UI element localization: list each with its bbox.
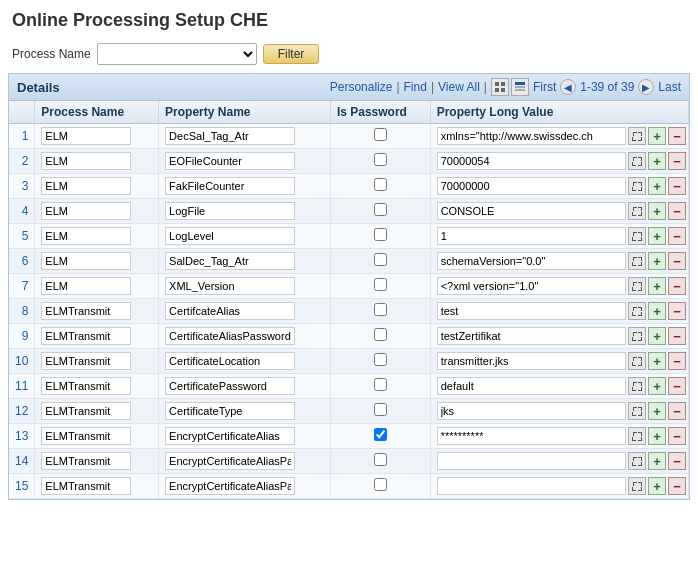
process-name-input[interactable] bbox=[41, 352, 131, 370]
add-row-button[interactable]: + bbox=[648, 277, 666, 295]
process-name-input[interactable] bbox=[41, 177, 131, 195]
is-password-checkbox[interactable] bbox=[374, 453, 387, 466]
property-value-input[interactable] bbox=[437, 277, 626, 295]
property-value-input[interactable] bbox=[437, 377, 626, 395]
property-value-input[interactable] bbox=[437, 477, 626, 495]
add-row-button[interactable]: + bbox=[648, 252, 666, 270]
remove-row-button[interactable]: − bbox=[668, 152, 686, 170]
property-name-input[interactable] bbox=[165, 177, 295, 195]
is-password-checkbox[interactable] bbox=[374, 353, 387, 366]
process-name-input[interactable] bbox=[41, 227, 131, 245]
remove-row-button[interactable]: − bbox=[668, 327, 686, 345]
property-value-input[interactable] bbox=[437, 202, 626, 220]
property-name-input[interactable] bbox=[165, 252, 295, 270]
property-name-input[interactable] bbox=[165, 402, 295, 420]
expand-value-button[interactable] bbox=[628, 252, 646, 270]
add-row-button[interactable]: + bbox=[648, 352, 666, 370]
process-name-input[interactable] bbox=[41, 127, 131, 145]
process-name-input[interactable] bbox=[41, 377, 131, 395]
process-name-input[interactable] bbox=[41, 427, 131, 445]
process-name-input[interactable] bbox=[41, 452, 131, 470]
process-name-input[interactable] bbox=[41, 402, 131, 420]
add-row-button[interactable]: + bbox=[648, 477, 666, 495]
is-password-checkbox[interactable] bbox=[374, 178, 387, 191]
expand-value-button[interactable] bbox=[628, 127, 646, 145]
property-name-input[interactable] bbox=[165, 302, 295, 320]
add-row-button[interactable]: + bbox=[648, 152, 666, 170]
expand-value-button[interactable] bbox=[628, 302, 646, 320]
view-all-link[interactable]: View All bbox=[438, 80, 480, 94]
find-link[interactable]: Find bbox=[404, 80, 427, 94]
property-value-input[interactable] bbox=[437, 252, 626, 270]
property-value-input[interactable] bbox=[437, 177, 626, 195]
process-name-input[interactable] bbox=[41, 152, 131, 170]
property-name-input[interactable] bbox=[165, 202, 295, 220]
is-password-checkbox[interactable] bbox=[374, 253, 387, 266]
property-value-input[interactable] bbox=[437, 302, 626, 320]
next-page-arrow[interactable]: ▶ bbox=[638, 79, 654, 95]
add-row-button[interactable]: + bbox=[648, 452, 666, 470]
remove-row-button[interactable]: − bbox=[668, 452, 686, 470]
property-name-input[interactable] bbox=[165, 352, 295, 370]
property-value-input[interactable] bbox=[437, 427, 626, 445]
remove-row-button[interactable]: − bbox=[668, 202, 686, 220]
property-value-input[interactable] bbox=[437, 327, 626, 345]
last-label[interactable]: Last bbox=[658, 80, 681, 94]
property-value-input[interactable] bbox=[437, 402, 626, 420]
add-row-button[interactable]: + bbox=[648, 327, 666, 345]
add-row-button[interactable]: + bbox=[648, 227, 666, 245]
expand-value-button[interactable] bbox=[628, 152, 646, 170]
expand-value-button[interactable] bbox=[628, 227, 646, 245]
expand-value-button[interactable] bbox=[628, 402, 646, 420]
add-row-button[interactable]: + bbox=[648, 202, 666, 220]
property-value-input[interactable] bbox=[437, 127, 626, 145]
is-password-checkbox[interactable] bbox=[374, 303, 387, 316]
is-password-checkbox[interactable] bbox=[374, 203, 387, 216]
is-password-checkbox[interactable] bbox=[374, 278, 387, 291]
add-row-button[interactable]: + bbox=[648, 177, 666, 195]
remove-row-button[interactable]: − bbox=[668, 127, 686, 145]
property-name-input[interactable] bbox=[165, 327, 295, 345]
add-row-button[interactable]: + bbox=[648, 127, 666, 145]
property-name-input[interactable] bbox=[165, 427, 295, 445]
process-name-input[interactable] bbox=[41, 277, 131, 295]
is-password-checkbox[interactable] bbox=[374, 378, 387, 391]
process-name-input[interactable] bbox=[41, 202, 131, 220]
remove-row-button[interactable]: − bbox=[668, 427, 686, 445]
expand-value-button[interactable] bbox=[628, 327, 646, 345]
property-name-input[interactable] bbox=[165, 377, 295, 395]
expand-value-button[interactable] bbox=[628, 202, 646, 220]
is-password-checkbox[interactable] bbox=[374, 228, 387, 241]
property-name-input[interactable] bbox=[165, 127, 295, 145]
expand-value-button[interactable] bbox=[628, 277, 646, 295]
personalize-link[interactable]: Personalize bbox=[330, 80, 393, 94]
remove-row-button[interactable]: − bbox=[668, 377, 686, 395]
property-value-input[interactable] bbox=[437, 152, 626, 170]
remove-row-button[interactable]: − bbox=[668, 277, 686, 295]
expand-value-button[interactable] bbox=[628, 177, 646, 195]
add-row-button[interactable]: + bbox=[648, 377, 666, 395]
is-password-checkbox[interactable] bbox=[374, 428, 387, 441]
process-name-input[interactable] bbox=[41, 302, 131, 320]
remove-row-button[interactable]: − bbox=[668, 177, 686, 195]
table-icon[interactable] bbox=[511, 78, 529, 96]
is-password-checkbox[interactable] bbox=[374, 403, 387, 416]
add-row-button[interactable]: + bbox=[648, 402, 666, 420]
add-row-button[interactable]: + bbox=[648, 302, 666, 320]
is-password-checkbox[interactable] bbox=[374, 478, 387, 491]
is-password-checkbox[interactable] bbox=[374, 328, 387, 341]
expand-value-button[interactable] bbox=[628, 452, 646, 470]
remove-row-button[interactable]: − bbox=[668, 227, 686, 245]
first-label[interactable]: First bbox=[533, 80, 556, 94]
is-password-checkbox[interactable] bbox=[374, 153, 387, 166]
prev-page-arrow[interactable]: ◀ bbox=[560, 79, 576, 95]
expand-value-button[interactable] bbox=[628, 377, 646, 395]
property-name-input[interactable] bbox=[165, 477, 295, 495]
expand-value-button[interactable] bbox=[628, 352, 646, 370]
expand-value-button[interactable] bbox=[628, 477, 646, 495]
add-row-button[interactable]: + bbox=[648, 427, 666, 445]
filter-button[interactable]: Filter bbox=[263, 44, 320, 64]
remove-row-button[interactable]: − bbox=[668, 402, 686, 420]
remove-row-button[interactable]: − bbox=[668, 302, 686, 320]
property-value-input[interactable] bbox=[437, 227, 626, 245]
